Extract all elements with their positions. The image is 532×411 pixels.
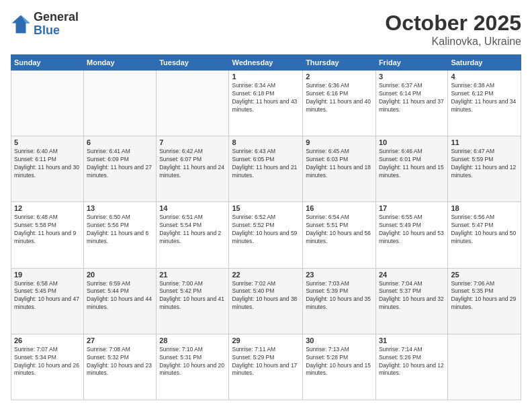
logo-general-text: General <box>34 11 79 24</box>
day-info: Sunrise: 6:34 AM Sunset: 6:18 PM Dayligh… <box>232 82 300 114</box>
daylight-text: Daylight: 10 hours and 20 minutes. <box>159 362 224 377</box>
daylight-text: Daylight: 10 hours and 50 minutes. <box>451 230 516 244</box>
table-row: 3 Sunrise: 6:37 AM Sunset: 6:14 PM Dayli… <box>375 71 447 136</box>
sunrise-text: Sunrise: 6:45 AM <box>306 148 349 154</box>
table-row <box>11 71 84 136</box>
day-number: 16 <box>306 204 373 212</box>
sunrise-text: Sunrise: 7:10 AM <box>159 346 203 353</box>
sunrise-text: Sunrise: 6:50 AM <box>87 214 130 220</box>
table-row: 22 Sunrise: 7:02 AM Sunset: 5:40 PM Dayl… <box>229 268 303 334</box>
day-number: 19 <box>14 271 81 279</box>
sunrise-text: Sunrise: 6:54 AM <box>306 214 349 220</box>
day-info: Sunrise: 7:13 AM Sunset: 5:28 PM Dayligh… <box>306 346 373 378</box>
table-row: 6 Sunrise: 6:41 AM Sunset: 6:09 PM Dayli… <box>84 136 157 202</box>
table-row: 10 Sunrise: 6:46 AM Sunset: 6:01 PM Dayl… <box>375 136 447 202</box>
sunset-text: Sunset: 5:42 PM <box>159 287 202 294</box>
calendar-week-row: 12 Sunrise: 6:48 AM Sunset: 5:58 PM Dayl… <box>11 202 521 268</box>
table-row: 17 Sunrise: 6:55 AM Sunset: 5:49 PM Dayl… <box>375 202 447 268</box>
daylight-text: Daylight: 11 hours and 2 minutes. <box>159 230 221 244</box>
daylight-text: Daylight: 10 hours and 32 minutes. <box>379 295 444 310</box>
table-row: 21 Sunrise: 7:00 AM Sunset: 5:42 PM Dayl… <box>157 268 229 334</box>
daylight-text: Daylight: 11 hours and 37 minutes. <box>379 98 444 113</box>
sunset-text: Sunset: 5:51 PM <box>306 222 348 228</box>
sunset-text: Sunset: 5:26 PM <box>379 354 421 361</box>
sunrise-text: Sunrise: 6:38 AM <box>451 82 494 89</box>
sunset-text: Sunset: 5:40 PM <box>232 287 274 294</box>
sunset-text: Sunset: 5:44 PM <box>87 287 129 294</box>
sunrise-text: Sunrise: 6:56 AM <box>451 214 494 220</box>
page: General Blue October 2025 Kalinovka, Ukr… <box>0 0 532 411</box>
table-row: 16 Sunrise: 6:54 AM Sunset: 5:51 PM Dayl… <box>303 202 376 268</box>
sunrise-text: Sunrise: 6:40 AM <box>14 148 58 154</box>
day-info: Sunrise: 6:42 AM Sunset: 6:07 PM Dayligh… <box>159 148 226 180</box>
sunrise-text: Sunrise: 7:11 AM <box>232 346 275 353</box>
daylight-text: Daylight: 10 hours and 44 minutes. <box>87 295 152 310</box>
calendar-week-row: 19 Sunrise: 6:58 AM Sunset: 5:45 PM Dayl… <box>11 268 521 334</box>
header: General Blue October 2025 Kalinovka, Ukr… <box>11 11 521 48</box>
col-tuesday: Tuesday <box>157 55 229 71</box>
title-block: October 2025 Kalinovka, Ukraine <box>385 11 521 48</box>
day-number: 14 <box>159 204 226 212</box>
daylight-text: Daylight: 11 hours and 43 minutes. <box>232 98 297 113</box>
daylight-text: Daylight: 11 hours and 27 minutes. <box>87 164 152 179</box>
sunset-text: Sunset: 5:29 PM <box>232 354 274 361</box>
sunrise-text: Sunrise: 7:13 AM <box>306 346 349 353</box>
sunrise-text: Sunrise: 7:02 AM <box>232 280 275 287</box>
daylight-text: Daylight: 11 hours and 21 minutes. <box>232 164 297 179</box>
table-row: 26 Sunrise: 7:07 AM Sunset: 5:34 PM Dayl… <box>11 334 84 400</box>
day-info: Sunrise: 7:11 AM Sunset: 5:29 PM Dayligh… <box>232 346 300 378</box>
sunrise-text: Sunrise: 6:51 AM <box>159 214 203 220</box>
day-info: Sunrise: 6:41 AM Sunset: 6:09 PM Dayligh… <box>87 148 153 180</box>
table-row: 9 Sunrise: 6:45 AM Sunset: 6:03 PM Dayli… <box>303 136 376 202</box>
sunrise-text: Sunrise: 6:47 AM <box>451 148 494 154</box>
day-info: Sunrise: 6:40 AM Sunset: 6:11 PM Dayligh… <box>14 148 81 180</box>
table-row: 2 Sunrise: 6:36 AM Sunset: 6:16 PM Dayli… <box>303 71 376 136</box>
logo-icon <box>11 14 31 34</box>
day-number: 2 <box>306 73 373 81</box>
day-info: Sunrise: 6:38 AM Sunset: 6:12 PM Dayligh… <box>451 82 518 114</box>
col-monday: Monday <box>84 55 157 71</box>
day-info: Sunrise: 6:48 AM Sunset: 5:58 PM Dayligh… <box>14 214 81 246</box>
day-number: 29 <box>232 336 300 345</box>
sunrise-text: Sunrise: 6:52 AM <box>232 214 275 220</box>
table-row <box>448 334 521 400</box>
day-info: Sunrise: 6:36 AM Sunset: 6:16 PM Dayligh… <box>306 82 373 114</box>
day-number: 26 <box>14 336 81 345</box>
sunrise-text: Sunrise: 7:07 AM <box>14 346 58 353</box>
table-row: 31 Sunrise: 7:14 AM Sunset: 5:26 PM Dayl… <box>375 334 447 400</box>
svg-marker-0 <box>12 15 30 33</box>
day-number: 27 <box>87 336 153 345</box>
sunset-text: Sunset: 5:45 PM <box>14 287 56 294</box>
day-info: Sunrise: 6:59 AM Sunset: 5:44 PM Dayligh… <box>87 280 153 312</box>
day-number: 23 <box>306 271 373 279</box>
logo-blue-text: Blue <box>34 24 79 38</box>
daylight-text: Daylight: 11 hours and 6 minutes. <box>87 230 148 244</box>
daylight-text: Daylight: 10 hours and 35 minutes. <box>306 295 371 310</box>
daylight-text: Daylight: 11 hours and 15 minutes. <box>379 164 444 179</box>
day-number: 1 <box>232 73 300 81</box>
day-info: Sunrise: 6:43 AM Sunset: 6:05 PM Dayligh… <box>232 148 300 180</box>
col-friday: Friday <box>375 55 447 71</box>
sunset-text: Sunset: 6:01 PM <box>379 156 421 163</box>
day-number: 11 <box>451 138 518 146</box>
sunrise-text: Sunrise: 6:36 AM <box>306 82 349 89</box>
day-number: 30 <box>306 336 373 345</box>
day-number: 31 <box>379 336 445 345</box>
sunset-text: Sunset: 5:49 PM <box>379 222 421 228</box>
day-number: 20 <box>87 271 153 279</box>
col-wednesday: Wednesday <box>229 55 303 71</box>
sunrise-text: Sunrise: 6:48 AM <box>14 214 58 220</box>
calendar-header-row: Sunday Monday Tuesday Wednesday Thursday… <box>11 55 521 71</box>
sunrise-text: Sunrise: 7:14 AM <box>379 346 423 353</box>
sunrise-text: Sunrise: 7:00 AM <box>159 280 203 287</box>
sunset-text: Sunset: 5:47 PM <box>451 222 493 228</box>
day-number: 12 <box>14 204 81 212</box>
day-number: 10 <box>379 138 445 146</box>
daylight-text: Daylight: 10 hours and 38 minutes. <box>232 295 297 310</box>
sunrise-text: Sunrise: 7:08 AM <box>87 346 130 353</box>
table-row: 18 Sunrise: 6:56 AM Sunset: 5:47 PM Dayl… <box>448 202 521 268</box>
day-info: Sunrise: 7:00 AM Sunset: 5:42 PM Dayligh… <box>159 280 226 312</box>
day-number: 15 <box>232 204 300 212</box>
day-info: Sunrise: 6:46 AM Sunset: 6:01 PM Dayligh… <box>379 148 445 180</box>
sunset-text: Sunset: 5:32 PM <box>87 354 129 361</box>
